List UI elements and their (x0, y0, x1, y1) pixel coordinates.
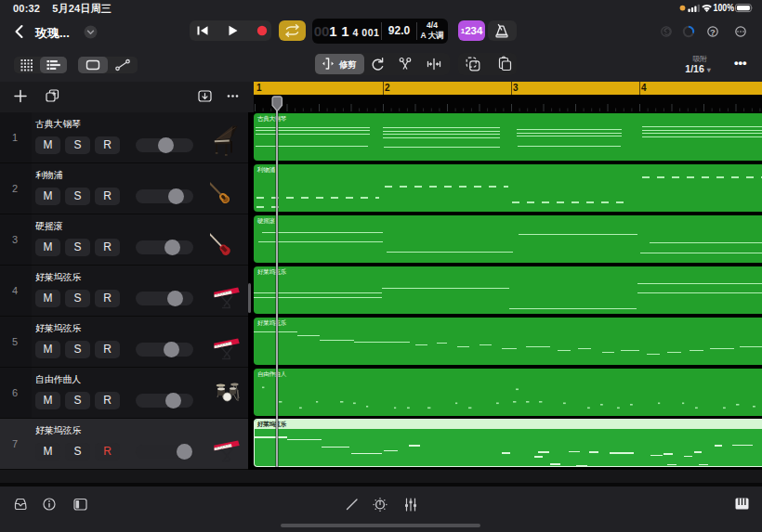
svg-text:100%: 100% (714, 2, 735, 13)
svg-text:?: ? (710, 27, 716, 37)
